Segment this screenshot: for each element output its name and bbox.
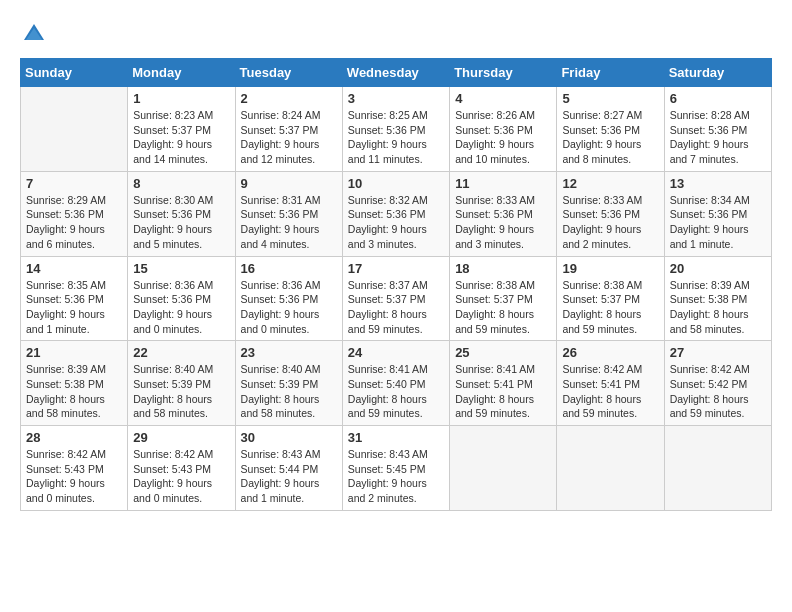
day-number: 4 <box>455 91 551 106</box>
day-info: Sunrise: 8:42 AM Sunset: 5:43 PM Dayligh… <box>133 447 229 506</box>
calendar-cell <box>664 426 771 511</box>
day-info: Sunrise: 8:28 AM Sunset: 5:36 PM Dayligh… <box>670 108 766 167</box>
day-info: Sunrise: 8:29 AM Sunset: 5:36 PM Dayligh… <box>26 193 122 252</box>
calendar-cell: 26Sunrise: 8:42 AM Sunset: 5:41 PM Dayli… <box>557 341 664 426</box>
day-info: Sunrise: 8:33 AM Sunset: 5:36 PM Dayligh… <box>455 193 551 252</box>
day-number: 23 <box>241 345 337 360</box>
day-number: 3 <box>348 91 444 106</box>
day-info: Sunrise: 8:35 AM Sunset: 5:36 PM Dayligh… <box>26 278 122 337</box>
calendar-cell: 5Sunrise: 8:27 AM Sunset: 5:36 PM Daylig… <box>557 87 664 172</box>
calendar-cell: 31Sunrise: 8:43 AM Sunset: 5:45 PM Dayli… <box>342 426 449 511</box>
day-number: 11 <box>455 176 551 191</box>
day-info: Sunrise: 8:43 AM Sunset: 5:44 PM Dayligh… <box>241 447 337 506</box>
day-number: 30 <box>241 430 337 445</box>
day-info: Sunrise: 8:27 AM Sunset: 5:36 PM Dayligh… <box>562 108 658 167</box>
day-number: 8 <box>133 176 229 191</box>
calendar-cell: 1Sunrise: 8:23 AM Sunset: 5:37 PM Daylig… <box>128 87 235 172</box>
day-number: 20 <box>670 261 766 276</box>
day-info: Sunrise: 8:37 AM Sunset: 5:37 PM Dayligh… <box>348 278 444 337</box>
day-info: Sunrise: 8:31 AM Sunset: 5:36 PM Dayligh… <box>241 193 337 252</box>
calendar-header-saturday: Saturday <box>664 59 771 87</box>
calendar-week-row: 1Sunrise: 8:23 AM Sunset: 5:37 PM Daylig… <box>21 87 772 172</box>
day-number: 26 <box>562 345 658 360</box>
calendar-cell: 10Sunrise: 8:32 AM Sunset: 5:36 PM Dayli… <box>342 171 449 256</box>
day-info: Sunrise: 8:41 AM Sunset: 5:40 PM Dayligh… <box>348 362 444 421</box>
calendar-header-tuesday: Tuesday <box>235 59 342 87</box>
day-number: 10 <box>348 176 444 191</box>
day-number: 17 <box>348 261 444 276</box>
calendar-cell: 17Sunrise: 8:37 AM Sunset: 5:37 PM Dayli… <box>342 256 449 341</box>
day-number: 25 <box>455 345 551 360</box>
day-info: Sunrise: 8:41 AM Sunset: 5:41 PM Dayligh… <box>455 362 551 421</box>
day-info: Sunrise: 8:39 AM Sunset: 5:38 PM Dayligh… <box>670 278 766 337</box>
calendar-cell: 24Sunrise: 8:41 AM Sunset: 5:40 PM Dayli… <box>342 341 449 426</box>
calendar-header-row: SundayMondayTuesdayWednesdayThursdayFrid… <box>21 59 772 87</box>
logo-icon <box>20 20 48 48</box>
calendar-cell: 3Sunrise: 8:25 AM Sunset: 5:36 PM Daylig… <box>342 87 449 172</box>
day-number: 19 <box>562 261 658 276</box>
calendar-cell: 12Sunrise: 8:33 AM Sunset: 5:36 PM Dayli… <box>557 171 664 256</box>
day-number: 24 <box>348 345 444 360</box>
calendar-cell: 19Sunrise: 8:38 AM Sunset: 5:37 PM Dayli… <box>557 256 664 341</box>
day-number: 27 <box>670 345 766 360</box>
calendar-cell: 28Sunrise: 8:42 AM Sunset: 5:43 PM Dayli… <box>21 426 128 511</box>
day-number: 12 <box>562 176 658 191</box>
day-info: Sunrise: 8:32 AM Sunset: 5:36 PM Dayligh… <box>348 193 444 252</box>
calendar-cell: 2Sunrise: 8:24 AM Sunset: 5:37 PM Daylig… <box>235 87 342 172</box>
day-number: 16 <box>241 261 337 276</box>
day-number: 5 <box>562 91 658 106</box>
calendar-cell <box>450 426 557 511</box>
calendar-cell: 25Sunrise: 8:41 AM Sunset: 5:41 PM Dayli… <box>450 341 557 426</box>
day-number: 7 <box>26 176 122 191</box>
calendar-cell <box>21 87 128 172</box>
calendar-cell: 9Sunrise: 8:31 AM Sunset: 5:36 PM Daylig… <box>235 171 342 256</box>
day-number: 1 <box>133 91 229 106</box>
calendar-cell: 15Sunrise: 8:36 AM Sunset: 5:36 PM Dayli… <box>128 256 235 341</box>
calendar-cell: 8Sunrise: 8:30 AM Sunset: 5:36 PM Daylig… <box>128 171 235 256</box>
day-info: Sunrise: 8:34 AM Sunset: 5:36 PM Dayligh… <box>670 193 766 252</box>
calendar-cell: 18Sunrise: 8:38 AM Sunset: 5:37 PM Dayli… <box>450 256 557 341</box>
calendar-cell: 7Sunrise: 8:29 AM Sunset: 5:36 PM Daylig… <box>21 171 128 256</box>
day-number: 9 <box>241 176 337 191</box>
calendar-week-row: 28Sunrise: 8:42 AM Sunset: 5:43 PM Dayli… <box>21 426 772 511</box>
day-number: 13 <box>670 176 766 191</box>
day-info: Sunrise: 8:39 AM Sunset: 5:38 PM Dayligh… <box>26 362 122 421</box>
day-number: 18 <box>455 261 551 276</box>
day-number: 2 <box>241 91 337 106</box>
day-info: Sunrise: 8:38 AM Sunset: 5:37 PM Dayligh… <box>455 278 551 337</box>
calendar-cell: 27Sunrise: 8:42 AM Sunset: 5:42 PM Dayli… <box>664 341 771 426</box>
calendar-header-thursday: Thursday <box>450 59 557 87</box>
calendar-header-wednesday: Wednesday <box>342 59 449 87</box>
calendar-cell <box>557 426 664 511</box>
calendar-cell: 16Sunrise: 8:36 AM Sunset: 5:36 PM Dayli… <box>235 256 342 341</box>
calendar-cell: 4Sunrise: 8:26 AM Sunset: 5:36 PM Daylig… <box>450 87 557 172</box>
calendar-cell: 13Sunrise: 8:34 AM Sunset: 5:36 PM Dayli… <box>664 171 771 256</box>
day-info: Sunrise: 8:33 AM Sunset: 5:36 PM Dayligh… <box>562 193 658 252</box>
day-number: 14 <box>26 261 122 276</box>
day-number: 22 <box>133 345 229 360</box>
day-number: 29 <box>133 430 229 445</box>
day-info: Sunrise: 8:23 AM Sunset: 5:37 PM Dayligh… <box>133 108 229 167</box>
day-info: Sunrise: 8:40 AM Sunset: 5:39 PM Dayligh… <box>133 362 229 421</box>
day-info: Sunrise: 8:24 AM Sunset: 5:37 PM Dayligh… <box>241 108 337 167</box>
calendar-cell: 29Sunrise: 8:42 AM Sunset: 5:43 PM Dayli… <box>128 426 235 511</box>
day-number: 21 <box>26 345 122 360</box>
calendar-cell: 14Sunrise: 8:35 AM Sunset: 5:36 PM Dayli… <box>21 256 128 341</box>
day-number: 28 <box>26 430 122 445</box>
day-info: Sunrise: 8:43 AM Sunset: 5:45 PM Dayligh… <box>348 447 444 506</box>
calendar-header-friday: Friday <box>557 59 664 87</box>
calendar-week-row: 7Sunrise: 8:29 AM Sunset: 5:36 PM Daylig… <box>21 171 772 256</box>
calendar-header-monday: Monday <box>128 59 235 87</box>
day-info: Sunrise: 8:36 AM Sunset: 5:36 PM Dayligh… <box>241 278 337 337</box>
day-info: Sunrise: 8:30 AM Sunset: 5:36 PM Dayligh… <box>133 193 229 252</box>
day-number: 15 <box>133 261 229 276</box>
day-number: 6 <box>670 91 766 106</box>
calendar-cell: 6Sunrise: 8:28 AM Sunset: 5:36 PM Daylig… <box>664 87 771 172</box>
calendar-cell: 23Sunrise: 8:40 AM Sunset: 5:39 PM Dayli… <box>235 341 342 426</box>
calendar-cell: 11Sunrise: 8:33 AM Sunset: 5:36 PM Dayli… <box>450 171 557 256</box>
day-info: Sunrise: 8:26 AM Sunset: 5:36 PM Dayligh… <box>455 108 551 167</box>
day-info: Sunrise: 8:40 AM Sunset: 5:39 PM Dayligh… <box>241 362 337 421</box>
day-info: Sunrise: 8:42 AM Sunset: 5:43 PM Dayligh… <box>26 447 122 506</box>
calendar-cell: 21Sunrise: 8:39 AM Sunset: 5:38 PM Dayli… <box>21 341 128 426</box>
day-info: Sunrise: 8:42 AM Sunset: 5:41 PM Dayligh… <box>562 362 658 421</box>
